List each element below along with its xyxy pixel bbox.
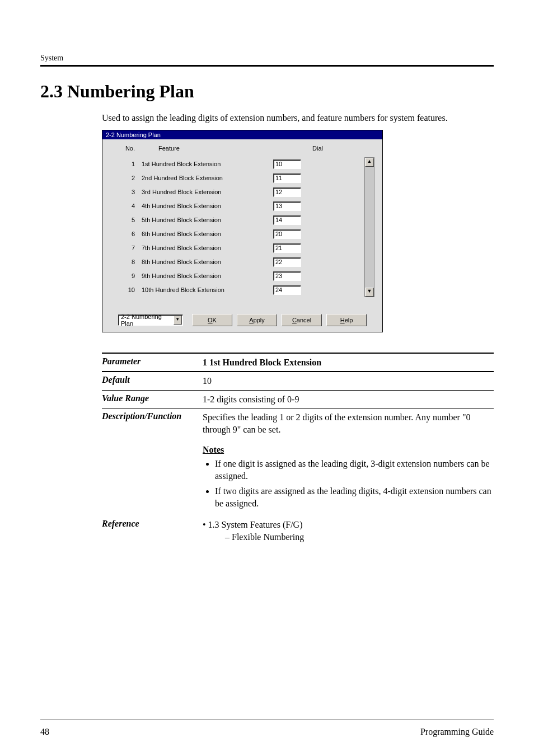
table-row: 10 10th Hundred Block Extension 24 (113, 283, 372, 297)
row-feature: 8th Hundred Block Extension (142, 259, 273, 265)
table-body: 1 1st Hundred Block Extension 10 2 2nd H… (113, 157, 372, 297)
dial-input[interactable]: 11 (273, 173, 301, 183)
table-header: No. Feature Dial (113, 145, 372, 152)
row-feature: 9th Hundred Block Extension (142, 273, 273, 279)
row-no: 1 (113, 161, 142, 167)
row-no: 4 (113, 203, 142, 209)
note-item: If two digits are assigned as the leadin… (215, 485, 494, 509)
dial-input[interactable]: 10 (273, 159, 301, 169)
label-default: Default (102, 375, 203, 387)
notes-heading: Notes (203, 444, 494, 456)
value-range: 1-2 digits consisting of 0-9 (203, 393, 494, 406)
label-parameter: Parameter (102, 356, 203, 369)
table-row: 7 7th Hundred Block Extension 21 (113, 241, 372, 255)
table-row: 9 9th Hundred Block Extension 23 (113, 269, 372, 283)
scroll-down-icon[interactable]: ▼ (365, 288, 374, 297)
page-number: 48 (40, 727, 49, 737)
dialog-titlebar: 2-2 Numbering Plan (102, 130, 382, 139)
row-no: 8 (113, 259, 142, 265)
ok-button[interactable]: OK (192, 314, 232, 326)
row-feature: 2nd Hundred Block Extension (142, 175, 273, 181)
dial-input[interactable]: 12 (273, 187, 301, 197)
row-no: 3 (113, 189, 142, 195)
table-row: 6 6th Hundred Block Extension 20 (113, 227, 372, 241)
col-no-header: No. (113, 145, 142, 152)
parameter-block: Parameter 1 1st Hundred Block Extension … (102, 353, 494, 547)
row-feature: 6th Hundred Block Extension (142, 231, 273, 237)
reference-line2: – Flexible Numbering (203, 531, 494, 543)
row-feature: 3rd Hundred Block Extension (142, 189, 273, 195)
col-dial-header: Dial (290, 145, 372, 152)
dialog-window: 2-2 Numbering Plan No. Feature Dial 1 1s… (102, 130, 383, 332)
dial-input[interactable]: 23 (273, 271, 301, 281)
value-description: Specifies the leading 1 or 2 digits of t… (203, 411, 494, 435)
label-description: Description/Function (102, 411, 203, 513)
table-row: 5 5th Hundred Block Extension 14 (113, 213, 372, 227)
value-parameter: 1 1st Hundred Block Extension (203, 356, 494, 369)
dial-input[interactable]: 14 (273, 215, 301, 225)
row-no: 9 (113, 273, 142, 279)
row-no: 2 (113, 175, 142, 181)
intro-paragraph: Used to assign the leading digits of ext… (102, 112, 494, 124)
row-no: 10 (113, 287, 142, 293)
dial-input[interactable]: 20 (273, 229, 301, 239)
table-row: 4 4th Hundred Block Extension 13 (113, 199, 372, 213)
dial-input[interactable]: 24 (273, 285, 301, 295)
scrollbar[interactable]: ▲ ▼ (364, 157, 374, 297)
label-value-range: Value Range (102, 393, 203, 406)
section-combo[interactable]: 2-2 Numbering Plan ▼ (118, 314, 183, 326)
cancel-button[interactable]: Cancel (282, 314, 322, 326)
apply-button[interactable]: Apply (237, 314, 277, 326)
row-feature: 1st Hundred Block Extension (142, 161, 273, 167)
table-row: 2 2nd Hundred Block Extension 11 (113, 171, 372, 185)
note-item: If one digit is assigned as the leading … (215, 458, 494, 482)
footer-rule (40, 720, 494, 720)
row-feature: 5th Hundred Block Extension (142, 217, 273, 223)
combo-value: 2-2 Numbering Plan (121, 313, 174, 327)
reference-line1: • 1.3 System Features (F/G) (203, 519, 494, 531)
footer-guide: Programming Guide (420, 727, 494, 737)
dialog-footer: 2-2 Numbering Plan ▼ OK Apply Cancel Hel… (113, 311, 372, 331)
dial-input[interactable]: 22 (273, 257, 301, 267)
header-rule (40, 65, 494, 67)
row-no: 5 (113, 217, 142, 223)
row-feature: 10th Hundred Block Extension (142, 287, 273, 293)
table-row: 8 8th Hundred Block Extension 22 (113, 255, 372, 269)
dial-input[interactable]: 13 (273, 201, 301, 211)
label-reference: Reference (102, 519, 203, 544)
dial-input[interactable]: 21 (273, 243, 301, 253)
chevron-down-icon[interactable]: ▼ (174, 316, 182, 325)
row-no: 6 (113, 231, 142, 237)
row-feature: 4th Hundred Block Extension (142, 203, 273, 209)
row-feature: 7th Hundred Block Extension (142, 245, 273, 251)
table-row: 3 3rd Hundred Block Extension 12 (113, 185, 372, 199)
scroll-up-icon[interactable]: ▲ (365, 158, 374, 167)
page-title: 2.3 Numbering Plan (40, 81, 494, 102)
running-head: System (40, 54, 494, 63)
row-no: 7 (113, 245, 142, 251)
col-feature-header: Feature (142, 145, 290, 152)
table-row: 1 1st Hundred Block Extension 10 (113, 157, 372, 171)
help-button[interactable]: Help (326, 314, 367, 326)
value-default: 10 (203, 375, 494, 387)
